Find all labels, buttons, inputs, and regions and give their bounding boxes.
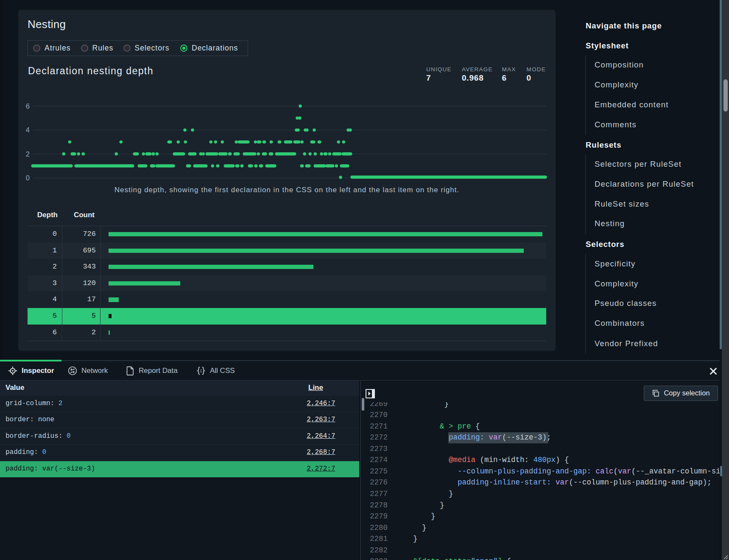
- svg-text:0: 0: [26, 174, 30, 182]
- svg-text:6: 6: [26, 102, 30, 110]
- svg-text:4: 4: [26, 126, 30, 134]
- svg-text:2: 2: [26, 150, 30, 158]
